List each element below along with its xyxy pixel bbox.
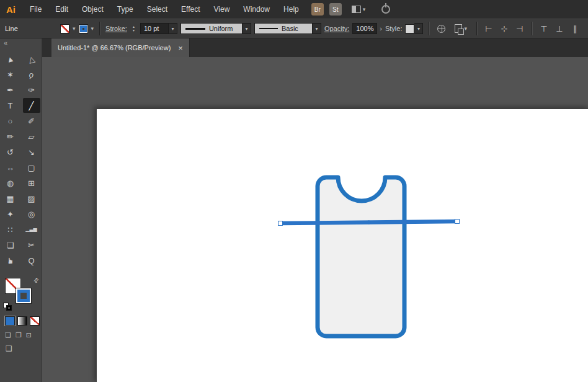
symbol-sprayer-tool[interactable]: ∷: [2, 222, 19, 237]
width-profile-select[interactable]: Uniform: [180, 23, 243, 34]
mesh-tool[interactable]: ▦: [2, 191, 19, 206]
align-vertical-top-icon[interactable]: ⊤: [538, 24, 550, 33]
menu-file[interactable]: File: [23, 0, 48, 19]
stroke-weight-stepper[interactable]: ▴ ▾: [130, 25, 137, 32]
paintbrush-tool-icon: ✐: [28, 117, 35, 125]
menu-view[interactable]: View: [207, 0, 237, 19]
draw-normal-icon[interactable]: ❏: [5, 331, 11, 339]
opacity-flyout-icon[interactable]: ›: [380, 25, 382, 32]
center-point-handle[interactable]: [367, 221, 371, 224]
artboard-tool[interactable]: ❏: [2, 238, 19, 252]
zoom-tool[interactable]: Q: [23, 253, 40, 268]
screen-mode-icon[interactable]: ❑: [6, 344, 12, 353]
none-button[interactable]: [30, 316, 40, 326]
notched-rectangle-shape[interactable]: [318, 177, 404, 336]
stepper-down-icon[interactable]: ▾: [133, 29, 135, 32]
scale-tool[interactable]: ↘: [23, 144, 40, 159]
swap-fill-stroke-icon[interactable]: ⇄: [32, 276, 40, 285]
gradient-button[interactable]: [17, 316, 27, 326]
brush-definition-select[interactable]: Basic: [254, 23, 313, 34]
width-profile-dropdown[interactable]: ▾: [243, 23, 251, 34]
drawing-modes-row: ❏ ❐ ⊡: [0, 331, 42, 339]
stroke-indicator[interactable]: [16, 288, 32, 304]
stroke-weight-input[interactable]: 10 pt: [140, 23, 169, 34]
direct-selection-tool[interactable]: △: [23, 51, 40, 66]
perspective-grid-tool[interactable]: ⊞: [23, 175, 40, 190]
menu-select[interactable]: Select: [140, 0, 174, 19]
hand-tool[interactable]: ☛: [2, 253, 19, 268]
rotate-tool-icon: ↺: [7, 148, 14, 156]
menu-window[interactable]: Window: [236, 0, 277, 19]
selection-tool[interactable]: ▲: [2, 51, 19, 66]
panel-collapse-icon[interactable]: «: [0, 38, 42, 48]
menu-edit[interactable]: Edit: [48, 0, 75, 19]
ellipse-tool[interactable]: ○: [2, 113, 19, 128]
workspace-icon: [352, 6, 361, 13]
gradient-tool[interactable]: ▨: [23, 191, 40, 206]
chevron-down-icon[interactable]: ▾: [73, 26, 76, 32]
stroke-weight-dropdown[interactable]: ▾: [169, 23, 177, 34]
menu-effect[interactable]: Effect: [174, 0, 207, 19]
slice-tool[interactable]: ✂: [23, 238, 40, 252]
line-segment-tool[interactable]: ╱: [23, 98, 40, 113]
slice-tool-icon: ✂: [28, 241, 35, 249]
free-transform-tool[interactable]: ▢: [23, 160, 40, 175]
paintbrush-tool[interactable]: ✐: [23, 113, 40, 128]
gpu-performance-icon[interactable]: [381, 5, 390, 14]
type-tool[interactable]: T: [2, 98, 19, 113]
default-fill-stroke-icon[interactable]: [3, 303, 13, 311]
menu-type[interactable]: Type: [110, 0, 140, 19]
color-button[interactable]: [5, 316, 15, 326]
eyedropper-tool[interactable]: ✦: [2, 207, 19, 221]
bridge-button[interactable]: Br: [311, 3, 324, 16]
curvature-tool[interactable]: ✑: [23, 82, 40, 97]
magic-wand-tool[interactable]: ✶: [2, 67, 19, 82]
style-swatch[interactable]: [405, 24, 414, 33]
workspace-switcher[interactable]: ▾: [352, 6, 366, 13]
stroke-swatch[interactable]: [79, 24, 88, 33]
align-horizontal-right-icon[interactable]: ⊣: [514, 24, 526, 33]
arrange-documents-control[interactable]: ▾: [455, 24, 467, 33]
menu-object[interactable]: Object: [75, 0, 110, 19]
draw-inside-icon[interactable]: ⊡: [26, 331, 32, 339]
canvas-area[interactable]: [42, 57, 588, 382]
selection-tool-icon: ▲: [6, 54, 16, 64]
draw-behind-icon[interactable]: ❐: [16, 331, 22, 339]
rotate-tool[interactable]: ↺: [2, 144, 19, 159]
stroke-color-control[interactable]: ▾: [79, 24, 94, 33]
opacity-input[interactable]: 100%: [352, 23, 377, 34]
shape-builder-tool-icon: ◍: [7, 179, 14, 187]
pencil-tool[interactable]: ✏: [2, 129, 19, 144]
fill-swatch-none[interactable]: [60, 24, 69, 33]
chevron-down-icon: ▾: [245, 26, 247, 32]
blend-tool[interactable]: ◎: [23, 207, 40, 221]
style-dropdown[interactable]: ▾: [414, 23, 423, 34]
eraser-tool[interactable]: ▱: [23, 129, 40, 144]
stroke-label[interactable]: Stroke:: [105, 25, 127, 32]
stock-button[interactable]: St: [329, 3, 342, 16]
column-graph-tool-icon: ▁▃▅: [25, 227, 37, 232]
align-vertical-bottom-icon[interactable]: ⊥: [553, 24, 566, 33]
opacity-label[interactable]: Opacity:: [324, 25, 349, 32]
opacity-value: 100%: [356, 25, 373, 32]
graphic-style-select[interactable]: [405, 24, 414, 33]
menu-help[interactable]: Help: [277, 0, 306, 19]
align-horizontal-left-icon[interactable]: ⊢: [483, 24, 495, 33]
shape-builder-tool[interactable]: ◍: [2, 175, 19, 190]
globe-icon[interactable]: [437, 25, 445, 33]
brush-definition-dropdown[interactable]: ▾: [313, 23, 321, 34]
column-graph-tool[interactable]: ▁▃▅: [23, 222, 40, 237]
document-tab[interactable]: Untitled-1* @ 66.67% (RGB/Preview) ×: [51, 38, 190, 57]
anchor-handle-left[interactable]: [278, 221, 283, 226]
fill-color-control[interactable]: ▾: [60, 24, 76, 33]
perspective-grid-tool-icon: ⊞: [28, 179, 35, 187]
lasso-tool[interactable]: ϙ: [23, 67, 40, 82]
tab-close-icon[interactable]: ×: [178, 44, 183, 52]
width-tool[interactable]: ↔: [2, 160, 19, 175]
pen-tool[interactable]: ✒: [2, 82, 19, 97]
distribute-icon[interactable]: ∥: [569, 24, 581, 33]
align-horizontal-center-icon[interactable]: ⊹: [498, 24, 510, 33]
chevron-down-icon[interactable]: ▾: [91, 26, 94, 32]
hand-tool-icon: ☛: [6, 257, 14, 264]
anchor-handle-right[interactable]: [455, 220, 460, 224]
